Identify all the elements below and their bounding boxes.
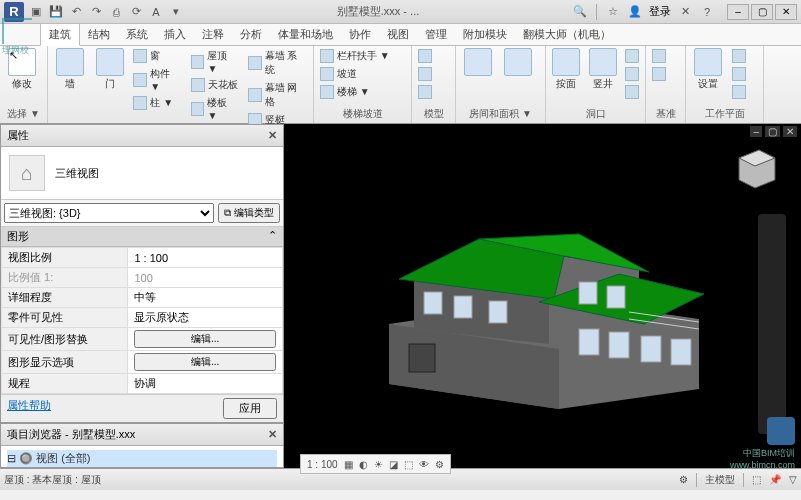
- ref-plane-button[interactable]: [730, 66, 748, 82]
- ribbon-tab[interactable]: 视图: [379, 24, 417, 45]
- properties-help-link[interactable]: 属性帮助: [7, 398, 51, 419]
- opening-shaft-button[interactable]: 竖井: [587, 48, 620, 89]
- select-pinned-icon[interactable]: 📌: [769, 474, 781, 485]
- ribbon-tab[interactable]: 附加模块: [455, 24, 515, 45]
- model-text-button[interactable]: [416, 48, 434, 64]
- model-line-button[interactable]: [416, 66, 434, 82]
- ribbon-tab[interactable]: 协作: [341, 24, 379, 45]
- edit-graphics-button[interactable]: 编辑...: [134, 330, 276, 348]
- ceiling-button[interactable]: 天花板: [189, 77, 242, 93]
- ribbon-tab[interactable]: 注释: [194, 24, 232, 45]
- ribbon-tab[interactable]: 系统: [118, 24, 156, 45]
- wall-button[interactable]: 墙: [52, 48, 88, 89]
- type-selector[interactable]: ⌂ 三维视图: [1, 147, 283, 200]
- apply-button[interactable]: 应用: [223, 398, 277, 419]
- column-button[interactable]: 柱 ▼: [131, 95, 184, 111]
- search-icon[interactable]: 🔍: [572, 4, 588, 20]
- close-panel-icon[interactable]: ✕: [268, 428, 277, 441]
- svg-rect-13: [579, 329, 599, 355]
- project-tree[interactable]: ⊟ 🔘 视图 (全部) ⊞ 结构平面 ⊟ 楼层平面 F1: [1, 446, 283, 468]
- level-button[interactable]: [650, 48, 668, 64]
- ribbon-tab[interactable]: 管理: [417, 24, 455, 45]
- shadows-icon[interactable]: ◪: [389, 459, 398, 470]
- opening-wall-button[interactable]: [623, 48, 641, 64]
- door-button[interactable]: 门: [92, 48, 128, 89]
- prop-value[interactable]: 中等: [128, 288, 283, 308]
- detail-level-icon[interactable]: ▦: [344, 459, 353, 470]
- railing-button[interactable]: 栏杆扶手 ▼: [318, 48, 392, 64]
- close-panel-icon[interactable]: ✕: [268, 129, 277, 142]
- model-group-button[interactable]: [416, 84, 434, 100]
- property-group-header[interactable]: 图形⌃: [1, 227, 283, 247]
- ribbon-tab[interactable]: 分析: [232, 24, 270, 45]
- viewport-3d[interactable]: – ▢ ✕: [284, 124, 801, 468]
- room-button[interactable]: [460, 48, 496, 78]
- vp-maximize-icon[interactable]: ▢: [765, 126, 780, 137]
- scale-display[interactable]: 1 : 100: [307, 459, 338, 470]
- visual-style-icon[interactable]: ◐: [359, 459, 368, 470]
- close-button[interactable]: ✕: [775, 4, 797, 20]
- tree-node[interactable]: ⊞ 结构平面: [7, 467, 277, 468]
- edit-display-button[interactable]: 编辑...: [134, 353, 276, 371]
- ribbon-tab[interactable]: 插入: [156, 24, 194, 45]
- user-icon[interactable]: 👤: [627, 4, 643, 20]
- exchange-icon[interactable]: ✕: [677, 4, 693, 20]
- viewer-button[interactable]: [730, 84, 748, 100]
- prop-value[interactable]: 1 : 100: [128, 248, 283, 268]
- show-wp-button[interactable]: [730, 48, 748, 64]
- minimize-button[interactable]: –: [727, 4, 749, 20]
- sun-path-icon[interactable]: ☀: [374, 459, 383, 470]
- vp-minimize-icon[interactable]: –: [750, 126, 762, 137]
- redo-icon[interactable]: ↷: [88, 4, 104, 20]
- undo-icon[interactable]: ↶: [68, 4, 84, 20]
- area-button[interactable]: [500, 48, 536, 78]
- stair-button[interactable]: 楼梯 ▼: [318, 84, 392, 100]
- filter-icon[interactable]: ▽: [789, 474, 797, 485]
- star-icon[interactable]: ☆: [605, 4, 621, 20]
- worksets-icon[interactable]: ⚙: [679, 474, 688, 485]
- opening-dormer-button[interactable]: [623, 84, 641, 100]
- edit-type-icon: ⧉: [224, 207, 231, 219]
- qat-dropdown-icon[interactable]: ▾: [168, 4, 184, 20]
- panel-title[interactable]: 选择 ▼: [4, 105, 43, 121]
- ribbon-tab[interactable]: 体量和场地: [270, 24, 341, 45]
- view-selector-dropdown[interactable]: 三维视图: {3D}: [4, 203, 214, 223]
- curtain-grid-button[interactable]: 幕墙 网格: [246, 80, 309, 110]
- ribbon-tab[interactable]: 翻模大师（机电）: [515, 24, 619, 45]
- crop-icon[interactable]: ⬚: [404, 459, 413, 470]
- opening-vertical-button[interactable]: [623, 66, 641, 82]
- component-button[interactable]: 构件 ▼: [131, 66, 184, 93]
- grid-button[interactable]: [650, 66, 668, 82]
- tree-node[interactable]: ⊟ 🔘 视图 (全部): [7, 450, 277, 467]
- curtain-system-button[interactable]: 幕墙 系统: [246, 48, 309, 78]
- viewport-window-controls: – ▢ ✕: [750, 126, 797, 137]
- vp-close-icon[interactable]: ✕: [783, 126, 797, 137]
- sync-icon[interactable]: ⟳: [128, 4, 144, 20]
- edit-type-button[interactable]: ⧉编辑类型: [218, 203, 280, 223]
- reveal-icon[interactable]: ⚙: [435, 459, 444, 470]
- window-button[interactable]: 窗: [131, 48, 184, 64]
- nav-bar[interactable]: [758, 214, 786, 434]
- opening-byface-button[interactable]: 按面: [550, 48, 583, 89]
- roof-button[interactable]: 屋顶 ▼: [189, 48, 242, 75]
- prop-value[interactable]: 显示原状态: [128, 308, 283, 328]
- ramp-button[interactable]: 坡道: [318, 66, 392, 82]
- prop-value[interactable]: 协调: [128, 374, 283, 394]
- workplane-set-button[interactable]: 设置: [690, 48, 726, 89]
- text-a-icon[interactable]: A: [148, 4, 164, 20]
- maximize-button[interactable]: ▢: [751, 4, 773, 20]
- properties-title: 属性: [7, 128, 29, 143]
- select-links-icon[interactable]: ⬚: [752, 474, 761, 485]
- ribbon-tab[interactable]: 结构: [80, 24, 118, 45]
- print-icon[interactable]: ⎙: [108, 4, 124, 20]
- panel-title: 工作平面: [690, 105, 759, 121]
- dormer-icon: [625, 85, 639, 99]
- panel-title: 基准: [650, 105, 681, 121]
- viewcube[interactable]: [731, 140, 781, 190]
- floor-button[interactable]: 楼板 ▼: [189, 95, 242, 122]
- design-option-label[interactable]: 主模型: [705, 473, 735, 487]
- panel-title[interactable]: 房间和面积 ▼: [460, 105, 541, 121]
- login-label[interactable]: 登录: [649, 4, 671, 19]
- help-icon[interactable]: ?: [699, 4, 715, 20]
- hide-isolate-icon[interactable]: 👁: [419, 459, 429, 470]
